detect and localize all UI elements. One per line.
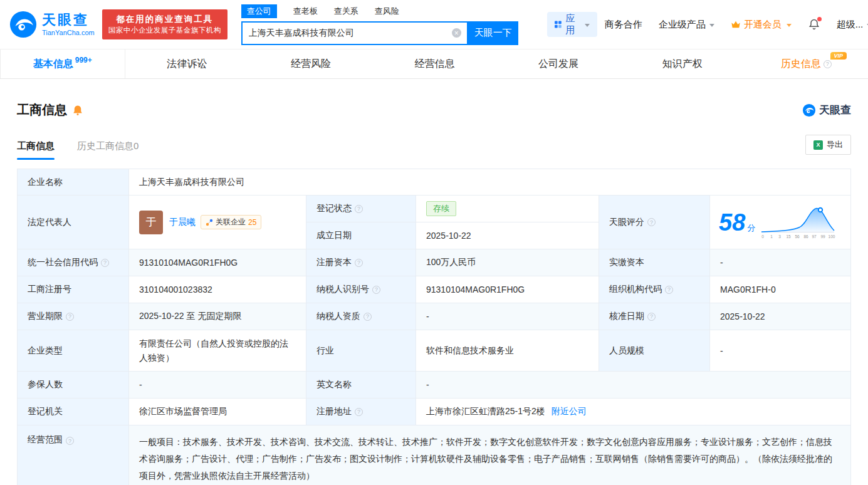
slogan-line2: 国家中小企业发展子基金旗下机构 — [108, 25, 221, 36]
staff-size-label: 人员规模 — [599, 330, 710, 372]
tab-legal-proceedings[interactable]: 法律诉讼 — [125, 50, 249, 78]
paid-capital-value: - — [710, 249, 850, 276]
insured-count-label: 参保人数 — [18, 372, 129, 399]
search-button[interactable]: 天眼一下 — [468, 21, 518, 45]
menu-business-cooperation-label: 商务合作 — [605, 19, 642, 31]
top-menu: 商务合作 企业级产品 开通会员 超级... — [605, 18, 868, 31]
search-tab-relation[interactable]: 查关系 — [334, 4, 358, 18]
tab-basic-info[interactable]: 基本信息 999+ — [0, 50, 125, 78]
section-header: 工商信息 天眼查 — [17, 102, 851, 118]
help-icon[interactable] — [66, 437, 74, 445]
help-icon[interactable] — [66, 313, 74, 321]
business-scope-label: 经营范围 — [18, 425, 129, 485]
taxpayer-id-value: 91310104MAG0R1FH0G — [416, 276, 599, 303]
svg-text:56: 56 — [795, 234, 800, 239]
menu-super-vip[interactable]: 超级... — [837, 19, 868, 31]
industry-value: 软件和信息技术服务业 — [416, 330, 599, 372]
score-unit: 分 — [747, 224, 755, 232]
apps-label: 应用 — [566, 13, 578, 36]
help-icon[interactable] — [647, 218, 656, 226]
tab-company-development[interactable]: 公司发展 — [496, 50, 620, 78]
svg-text:86: 86 — [804, 234, 809, 239]
help-icon[interactable] — [372, 286, 380, 294]
tianyancha-logo[interactable]: 天眼查 TianYanCha.com — [9, 10, 95, 39]
apps-button[interactable]: 应用 — [547, 12, 597, 37]
approval-date-label: 核准日期 — [599, 303, 710, 330]
menu-enterprise-products[interactable]: 企业级产品 — [659, 19, 714, 31]
related-companies-icon — [206, 219, 213, 226]
reg-capital-label: 注册资本 — [306, 249, 416, 276]
credit-code-value: 91310104MAG0R1FH0G — [129, 249, 306, 276]
insured-count-value: - — [129, 372, 306, 399]
search-input[interactable] — [249, 28, 448, 38]
nearby-companies-link[interactable]: 附近公司 — [552, 406, 587, 417]
svg-text:0: 0 — [761, 234, 764, 239]
business-term-label: 营业期限 — [18, 303, 129, 330]
taxpayer-quality-label: 纳税人资质 — [306, 303, 416, 330]
help-icon[interactable] — [101, 259, 109, 267]
search-tab-risk[interactable]: 查风险 — [375, 4, 399, 18]
taxpayer-quality-value: - — [416, 303, 599, 330]
related-companies-tag[interactable]: 关联企业 25 — [201, 215, 261, 229]
notification-bell-icon[interactable] — [808, 18, 820, 31]
search-tab-boss[interactable]: 查老板 — [293, 4, 318, 18]
company-name-value: 上海天丰嘉成科技有限公司 — [129, 169, 850, 196]
subtab-business-info[interactable]: 工商信息 — [17, 140, 55, 160]
menu-business-cooperation[interactable]: 商务合作 — [605, 19, 642, 31]
subscribe-bell-icon[interactable] — [72, 105, 83, 116]
tianyancha-watermark-icon — [802, 103, 816, 117]
help-icon[interactable] — [665, 286, 673, 294]
business-scope-value: 一般项目：技术服务、技术开发、技术咨询、技术交流、技术转让、技术推广；软件开发；… — [129, 425, 850, 485]
help-icon[interactable] — [363, 313, 372, 321]
tab-operation-risk-label: 经营风险 — [291, 58, 331, 71]
menu-enterprise-products-label: 企业级产品 — [659, 19, 706, 31]
help-icon[interactable] — [647, 313, 656, 321]
legal-rep-label: 法定代表人 — [18, 196, 129, 249]
vip-badge: VIP — [830, 52, 847, 60]
tyc-score-cell[interactable]: 58 分 0 1 3 15 56 86 — [710, 196, 850, 249]
tab-operation-risk[interactable]: 经营风险 — [249, 50, 373, 78]
reg-status-label: 登记状态 — [306, 196, 416, 222]
reg-address-value: 上海市徐汇区虹漕路25-1号2楼 附近公司 — [416, 399, 850, 425]
reg-capital-value: 100万人民币 — [416, 249, 599, 276]
clear-search-icon[interactable] — [452, 28, 461, 38]
legal-rep-cell: 于 于晨曦 关联企业 25 — [129, 196, 306, 249]
tab-operation-info[interactable]: 经营信息 — [373, 50, 497, 78]
legal-rep-link[interactable]: 于晨曦 — [169, 217, 196, 228]
tianyancha-watermark: 天眼查 — [802, 103, 851, 117]
svg-text:15: 15 — [787, 234, 792, 239]
related-companies-label: 关联企业 — [216, 217, 246, 227]
tab-history-info[interactable]: 历史信息 VIP — [744, 50, 868, 78]
help-icon[interactable] — [355, 259, 363, 267]
tab-history-info-label: 历史信息 — [781, 58, 821, 71]
search-tab-company[interactable]: 查公司 — [241, 4, 277, 18]
company-type-label: 企业类型 — [18, 330, 129, 372]
chevron-down-icon — [585, 24, 590, 27]
tab-basic-info-badge: 999+ — [75, 56, 92, 65]
export-button[interactable]: 导出 — [805, 135, 851, 155]
export-button-label: 导出 — [827, 139, 843, 150]
english-name-label: 英文名称 — [306, 372, 416, 399]
menu-open-vip[interactable]: 开通会员 — [731, 19, 792, 31]
related-companies-count: 25 — [248, 218, 256, 227]
subtab-history-business-info[interactable]: 历史工商信息0 — [77, 140, 139, 160]
legal-rep-avatar[interactable]: 于 — [139, 211, 163, 234]
help-icon[interactable] — [824, 60, 832, 68]
menu-open-vip-label: 开通会员 — [744, 19, 782, 31]
tab-company-development-label: 公司发展 — [538, 58, 578, 71]
tyc-score-label: 天眼评分 — [599, 196, 710, 249]
company-type-value: 有限责任公司（自然人投资或控股的法人独资） — [129, 330, 306, 372]
svg-text:99: 99 — [821, 234, 826, 239]
org-code-value: MAG0R1FH-0 — [710, 276, 850, 303]
search-input-wrap — [241, 21, 468, 45]
approval-date-value: 2025-10-22 — [710, 303, 850, 330]
chevron-down-icon — [709, 24, 714, 27]
help-icon[interactable] — [355, 408, 363, 416]
subtabs: 工商信息 历史工商信息0 — [17, 140, 139, 160]
tianyancha-watermark-label: 天眼查 — [819, 103, 851, 117]
tab-intellectual-property[interactable]: 知识产权 — [620, 50, 745, 78]
help-icon[interactable] — [355, 205, 363, 213]
credit-code-label: 统一社会信用代码 — [18, 249, 129, 276]
tab-intellectual-property-label: 知识产权 — [662, 58, 703, 71]
brand-domain: TianYanCha.com — [42, 29, 95, 36]
